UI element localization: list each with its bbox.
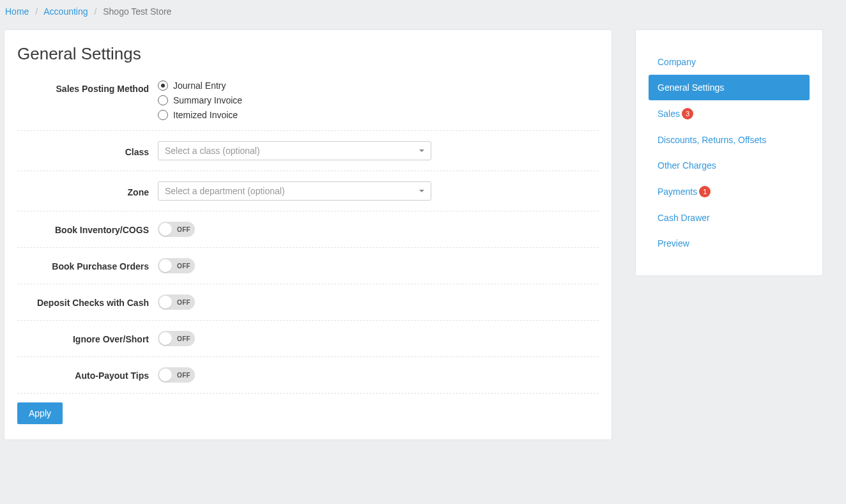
radio-icon	[158, 110, 168, 120]
toggle-book-inventory[interactable]: OFF	[158, 222, 195, 237]
radio-itemized-invoice[interactable]: Itemized Invoice	[158, 110, 599, 120]
row-deposit-checks: Deposit Checks with Cash OFF	[17, 284, 599, 321]
breadcrumb-store: Shogo Test Store	[103, 6, 171, 17]
label-sales-posting: Sales Posting Method	[17, 80, 158, 96]
row-class: Class Select a class (optional)	[17, 131, 599, 171]
toggle-ignore-over-short[interactable]: OFF	[158, 331, 195, 346]
sidebar-item-company[interactable]: Company	[649, 49, 810, 75]
sidebar-item-label: Company	[658, 57, 696, 67]
toggle-auto-payout-tips[interactable]: OFF	[158, 367, 195, 383]
sidebar-badge: 3	[682, 108, 693, 119]
toggle-knob	[159, 369, 172, 381]
radio-journal-entry[interactable]: Journal Entry	[158, 80, 599, 91]
sidebar-item-label: Discounts, Returns, Offsets	[658, 135, 766, 145]
select-zone[interactable]: Select a department (optional)	[158, 181, 431, 201]
sidebar-item-preview[interactable]: Preview	[649, 231, 810, 256]
radio-label: Journal Entry	[173, 80, 226, 91]
label-ignore-over-short: Ignore Over/Short	[17, 331, 158, 346]
radio-summary-invoice[interactable]: Summary Invoice	[158, 95, 599, 105]
breadcrumb-home[interactable]: Home	[5, 6, 29, 17]
toggle-book-po[interactable]: OFF	[158, 258, 195, 273]
label-class: Class	[17, 141, 158, 159]
breadcrumb: Home / Accounting / Shogo Test Store	[4, 0, 842, 20]
toggle-knob	[159, 332, 172, 345]
radio-label: Summary Invoice	[173, 95, 242, 105]
sidebar-item-general-settings[interactable]: General Settings	[649, 75, 810, 100]
row-book-po: Book Purchase Orders OFF	[17, 248, 599, 284]
chevron-down-icon	[419, 190, 424, 192]
toggle-knob	[159, 259, 172, 272]
radio-icon	[158, 80, 168, 91]
sidebar-nav: Company General Settings Sales 3 Discoun…	[649, 49, 810, 256]
label-deposit-checks: Deposit Checks with Cash	[17, 294, 158, 310]
apply-button[interactable]: Apply	[17, 402, 63, 424]
sidebar-card: Company General Settings Sales 3 Discoun…	[635, 29, 823, 276]
sidebar-item-label: Sales	[658, 109, 680, 119]
row-book-inventory: Book Inventory/COGS OFF	[17, 211, 599, 248]
label-book-po: Book Purchase Orders	[17, 258, 158, 273]
row-ignore-over-short: Ignore Over/Short OFF	[17, 321, 599, 357]
label-book-inventory: Book Inventory/COGS	[17, 222, 158, 237]
toggle-state: OFF	[177, 263, 190, 270]
label-auto-payout-tips: Auto-Payout Tips	[17, 367, 158, 383]
toggle-deposit-checks[interactable]: OFF	[158, 294, 195, 310]
row-auto-payout-tips: Auto-Payout Tips OFF	[17, 357, 599, 393]
toggle-knob	[159, 296, 172, 309]
sidebar-item-label: General Settings	[658, 82, 724, 93]
page-title: General Settings	[17, 44, 599, 64]
toggle-state: OFF	[177, 335, 190, 342]
breadcrumb-accounting[interactable]: Accounting	[43, 6, 88, 17]
row-sales-posting: Sales Posting Method Journal Entry Summa…	[17, 80, 599, 131]
sidebar-badge: 1	[699, 186, 711, 197]
sidebar-item-other-charges[interactable]: Other Charges	[649, 153, 810, 178]
sidebar-item-discounts[interactable]: Discounts, Returns, Offsets	[649, 127, 810, 153]
sidebar-item-sales[interactable]: Sales 3	[649, 100, 810, 127]
sidebar-item-label: Payments	[658, 187, 697, 197]
radio-icon	[158, 95, 168, 105]
toggle-state: OFF	[177, 299, 190, 306]
select-class[interactable]: Select a class (optional)	[158, 141, 431, 160]
select-placeholder: Select a department (optional)	[165, 186, 285, 196]
toggle-state: OFF	[177, 372, 190, 379]
sidebar-item-label: Preview	[658, 238, 689, 248]
radio-label: Itemized Invoice	[173, 110, 238, 120]
sidebar-item-label: Cash Drawer	[658, 213, 710, 223]
chevron-down-icon	[419, 149, 424, 152]
sidebar-item-label: Other Charges	[658, 160, 716, 171]
settings-card: General Settings Sales Posting Method Jo…	[4, 29, 612, 440]
sidebar-item-payments[interactable]: Payments 1	[649, 178, 810, 205]
toggle-knob	[159, 223, 172, 236]
sidebar-item-cash-drawer[interactable]: Cash Drawer	[649, 205, 810, 231]
select-placeholder: Select a class (optional)	[165, 146, 260, 156]
toggle-state: OFF	[177, 226, 190, 233]
breadcrumb-sep: /	[94, 6, 96, 17]
breadcrumb-sep: /	[35, 6, 38, 17]
label-zone: Zone	[17, 181, 158, 199]
row-zone: Zone Select a department (optional)	[17, 171, 599, 211]
